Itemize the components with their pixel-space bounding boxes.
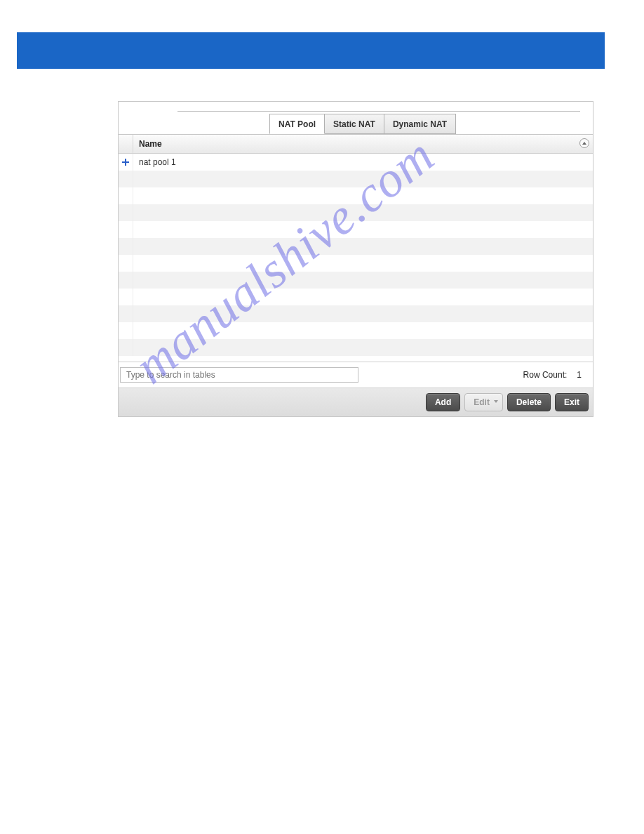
search-input[interactable]: [120, 367, 358, 383]
table-row: [119, 339, 593, 356]
button-bar: Add Edit Delete Exit: [119, 388, 593, 416]
sort-icon-container[interactable]: [576, 138, 593, 150]
table-row: [119, 255, 593, 272]
search-row: Row Count: 1: [119, 362, 593, 388]
table-row: [119, 322, 593, 339]
tabs-container: NAT Pool Static NAT Dynamic NAT: [119, 102, 593, 134]
header-expand-col: [119, 135, 133, 153]
table-row: [119, 238, 593, 255]
table-row: [119, 272, 593, 289]
table-header: Name: [119, 135, 593, 154]
tab-static-nat[interactable]: Static NAT: [324, 114, 384, 134]
table-row: [119, 221, 593, 238]
table-row: [119, 289, 593, 305]
tab-dynamic-nat[interactable]: Dynamic NAT: [384, 114, 456, 134]
page-header-bar: [17, 32, 605, 69]
tab-nat-pool[interactable]: NAT Pool: [269, 114, 325, 134]
delete-button[interactable]: Delete: [507, 393, 551, 411]
exit-button[interactable]: Exit: [555, 393, 589, 411]
tabs: NAT Pool Static NAT Dynamic NAT: [269, 114, 455, 134]
table-row[interactable]: nat pool 1: [119, 154, 593, 171]
table-row: [119, 305, 593, 322]
row-count-value: 1: [577, 370, 582, 380]
add-button[interactable]: Add: [426, 393, 460, 411]
row-count-label: Row Count:: [523, 370, 568, 380]
table: Name nat pool 1: [119, 134, 593, 362]
table-row: [119, 171, 593, 187]
column-header-name[interactable]: Name: [133, 139, 576, 149]
table-row: [119, 204, 593, 221]
edit-button: Edit: [464, 393, 503, 411]
nat-panel: NAT Pool Static NAT Dynamic NAT Name nat…: [118, 101, 593, 417]
tabs-divider: [177, 111, 580, 112]
plus-icon: [122, 159, 129, 166]
table-row: [119, 187, 593, 204]
cell-name: nat pool 1: [133, 157, 593, 167]
sort-asc-icon: [579, 138, 589, 148]
expand-cell[interactable]: [119, 154, 133, 171]
table-body: nat pool 1: [119, 154, 593, 362]
